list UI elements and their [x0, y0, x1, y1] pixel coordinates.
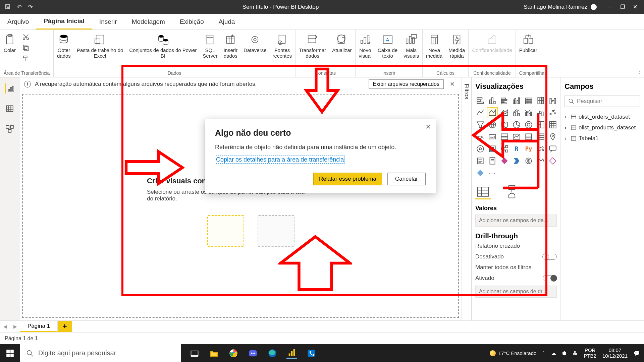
goals-icon[interactable]	[524, 156, 534, 166]
pagetab-prev-icon[interactable]: ◀	[0, 321, 10, 332]
custom-visual-icon[interactable]	[475, 168, 485, 178]
keep-filters-toggle[interactable]	[543, 275, 557, 281]
power-apps-icon[interactable]	[499, 156, 509, 166]
hundred-column-icon[interactable]	[536, 96, 546, 106]
multi-card-icon[interactable]	[499, 132, 509, 142]
stacked-area-icon[interactable]	[499, 108, 509, 118]
recent-sources-button[interactable]: Fontes recentes	[273, 33, 292, 59]
taskbar-search-input[interactable]: Digite aqui para pesquisar	[20, 344, 181, 362]
page-tab-pagina1[interactable]: Página 1	[20, 321, 58, 332]
pagetab-next-icon[interactable]: ▶	[10, 321, 20, 332]
fields-search-input[interactable]: Pesquisar	[565, 96, 640, 107]
paginated-icon[interactable]	[487, 156, 497, 166]
new-measure-button[interactable]: Nova medida	[426, 33, 442, 59]
values-field-well[interactable]: Adicionar os campos de da...	[475, 215, 557, 227]
pie-icon[interactable]	[512, 120, 522, 130]
python-visual-icon[interactable]: Py	[524, 144, 534, 154]
line-clustered-col-icon[interactable]	[524, 108, 534, 118]
tab-ajuda[interactable]: Ajuda	[211, 14, 243, 29]
area-chart-icon[interactable]	[487, 108, 497, 118]
power-automate-icon[interactable]	[512, 156, 522, 166]
r-visual-icon[interactable]: R	[512, 144, 522, 154]
network-icon[interactable]: 🖧	[573, 350, 578, 356]
qna-icon[interactable]	[548, 144, 558, 154]
azure-map-icon[interactable]	[548, 132, 558, 142]
copy-icon[interactable]	[22, 44, 30, 51]
ribbon-chart-icon[interactable]	[548, 96, 558, 106]
hundred-bar-icon[interactable]	[524, 96, 534, 106]
clustered-column-icon[interactable]	[512, 96, 522, 106]
sparkline-icon[interactable]	[536, 156, 546, 166]
paste-button[interactable]: Colar	[3, 33, 16, 53]
add-page-button[interactable]: +	[58, 321, 72, 332]
waterfall-icon[interactable]	[536, 108, 546, 118]
format-tab-icon[interactable]	[504, 184, 520, 199]
maximize-button[interactable]: ❐	[620, 4, 625, 10]
funnel-icon[interactable]	[475, 120, 485, 130]
text-box-button[interactable]: ACaixa de texto	[378, 33, 397, 59]
cross-report-toggle[interactable]	[543, 254, 557, 260]
dialog-close-icon[interactable]: ✕	[425, 123, 431, 131]
transform-data-button[interactable]: Transformar dados	[299, 33, 326, 59]
report-view-button[interactable]	[5, 83, 15, 94]
edge-icon[interactable]	[267, 348, 278, 359]
filters-pane-handle[interactable]: 〈 Filtros	[462, 77, 472, 320]
new-visual-button[interactable]: Novo visual	[359, 33, 372, 59]
model-view-button[interactable]	[5, 124, 15, 134]
cut-icon[interactable]	[22, 33, 30, 41]
smart-narrative-icon[interactable]	[475, 156, 485, 166]
user-account[interactable]: Santiago Molina Ramirez	[524, 4, 600, 10]
chrome-icon[interactable]	[228, 348, 239, 359]
tab-exibicao[interactable]: Exibição	[172, 14, 211, 29]
line-chart-icon[interactable]	[475, 108, 485, 118]
map-icon[interactable]	[487, 120, 497, 130]
collapse-ribbon-icon[interactable]: 〈	[636, 70, 641, 76]
copy-details-link[interactable]: Copiar os detalhes para a área de transf…	[215, 156, 345, 164]
minimize-button[interactable]: —	[607, 4, 612, 10]
key-influencers-icon[interactable]	[536, 144, 546, 154]
notifications-icon[interactable]: 💬	[634, 350, 640, 356]
tray-more-icon[interactable]: ˄	[542, 350, 545, 356]
pbi-datasets-button[interactable]: Conjuntos de dados do Power BI	[129, 33, 197, 59]
format-painter-icon[interactable]	[22, 55, 30, 62]
tab-arquivo[interactable]: Arquivo	[0, 14, 36, 29]
scatter-icon[interactable]	[548, 108, 558, 118]
clock[interactable]: 08:0710/12/2021	[602, 348, 628, 359]
sql-server-button[interactable]: SQL Server	[203, 33, 217, 59]
excel-button[interactable]: XPasta de trabalho do Excel	[77, 33, 123, 59]
refresh-button[interactable]: Atualizar	[332, 33, 352, 53]
table-row[interactable]: ›olist_products_dataset	[565, 122, 640, 133]
card-icon[interactable]: 123	[487, 132, 497, 142]
security-icon[interactable]: ⬢	[562, 350, 567, 356]
matrix-icon[interactable]	[548, 120, 558, 130]
arcgis-icon[interactable]	[475, 144, 485, 154]
line-stacked-col-icon[interactable]	[512, 108, 522, 118]
qat-redo-icon[interactable]: ↷	[28, 3, 33, 11]
enter-data-button[interactable]: Inserir dados	[223, 33, 237, 59]
more-options-icon[interactable]: ⋯	[487, 168, 497, 178]
tab-pagina-inicial[interactable]: Página Inicial	[36, 14, 92, 29]
treemap-icon[interactable]	[536, 120, 546, 130]
report-problem-button[interactable]: Relatar esse problema	[313, 173, 382, 185]
qat-undo-icon[interactable]: ↶	[17, 3, 22, 11]
quick-measure-button[interactable]: Medida rápida	[448, 33, 465, 59]
stacked-bar-icon[interactable]	[475, 96, 485, 106]
drill-field-well[interactable]: Adicionar os campos de dr...	[475, 286, 557, 298]
tab-inserir[interactable]: Inserir	[92, 14, 124, 29]
qat-save-icon[interactable]: 🖫	[5, 3, 11, 11]
tab-modelagem[interactable]: Modelagem	[124, 14, 172, 29]
language-indicator[interactable]: PORPTB2	[584, 348, 596, 359]
show-recovered-files-button[interactable]: Exibir arquivos recuperados	[369, 79, 444, 89]
powerbi-taskbar-icon[interactable]	[286, 348, 297, 359]
phone-app-icon[interactable]	[306, 348, 317, 359]
more-visuals-button[interactable]: Mais visuais	[404, 33, 419, 59]
onedrive-icon[interactable]: ☁	[551, 350, 556, 356]
table-icon[interactable]	[536, 132, 546, 142]
decomposition-icon[interactable]	[499, 144, 509, 154]
table-row[interactable]: ›olist_orders_dataset	[565, 112, 640, 122]
kpi-icon[interactable]	[512, 132, 522, 142]
weather-widget[interactable]: 17°C Ensolarado	[490, 350, 537, 356]
file-explorer-icon[interactable]	[209, 348, 219, 359]
cancel-button[interactable]: Cancelar	[387, 173, 426, 185]
get-data-button[interactable]: Obter dados	[57, 33, 71, 59]
